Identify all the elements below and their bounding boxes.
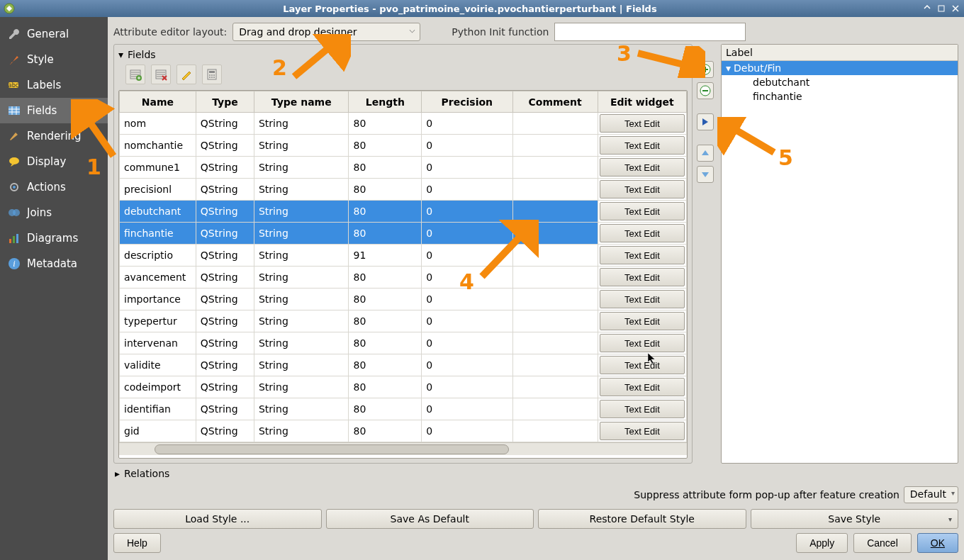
cell-name[interactable]: gid	[120, 420, 196, 442]
edit-widget-button[interactable]: Text Edit	[600, 136, 685, 155]
new-field-button[interactable]	[125, 65, 145, 84]
edit-widget-button[interactable]: Text Edit	[600, 180, 685, 198]
table-row[interactable]: descriptioQStringString910Text Edit	[120, 245, 687, 267]
cell-typename[interactable]: String	[254, 289, 349, 310]
column-header[interactable]: Length	[349, 91, 422, 113]
cell-comment[interactable]	[512, 376, 598, 398]
edit-widget-button[interactable]: Text Edit	[600, 356, 685, 374]
cell-typename[interactable]: String	[254, 376, 349, 398]
cell-typename[interactable]: String	[254, 201, 349, 223]
cell-precision[interactable]: 0	[422, 157, 512, 179]
cell-name[interactable]: commune1	[120, 157, 196, 179]
cell-comment[interactable]	[512, 157, 598, 179]
edit-widget-button[interactable]: Text Edit	[600, 114, 685, 133]
cell-comment[interactable]	[512, 135, 598, 157]
edit-widget-button[interactable]: Text Edit	[600, 334, 685, 352]
cell-length[interactable]: 80	[349, 332, 422, 354]
table-row[interactable]: codeimportQStringString800Text Edit	[120, 376, 687, 398]
column-header[interactable]: Comment	[512, 91, 598, 113]
edit-widget-button[interactable]: Text Edit	[600, 202, 685, 220]
cell-length[interactable]: 80	[349, 420, 422, 442]
table-row[interactable]: identifianQStringString800Text Edit	[120, 398, 687, 420]
cell-typename[interactable]: String	[254, 310, 349, 332]
cell-length[interactable]: 91	[349, 245, 422, 267]
cell-type[interactable]: QString	[196, 420, 254, 442]
move-down-button[interactable]	[697, 166, 714, 183]
cell-precision[interactable]: 0	[422, 201, 512, 223]
edit-widget-button[interactable]: Text Edit	[600, 312, 685, 330]
edit-widget-button[interactable]: Text Edit	[600, 378, 685, 396]
edit-widget-button[interactable]: Text Edit	[600, 224, 685, 242]
tree-group[interactable]: ▾ Debut/Fin	[722, 61, 958, 75]
cell-comment[interactable]	[512, 420, 598, 442]
cell-comment[interactable]	[512, 245, 598, 267]
cell-comment[interactable]	[512, 398, 598, 420]
table-row[interactable]: importanceQStringString800Text Edit	[120, 289, 687, 310]
cell-name[interactable]: nom	[120, 113, 196, 135]
restore-default-button[interactable]: Restore Default Style	[538, 509, 746, 529]
move-right-button[interactable]	[697, 113, 714, 130]
cell-comment[interactable]	[512, 332, 598, 354]
cell-length[interactable]: 80	[349, 289, 422, 310]
table-hscrollbar[interactable]	[119, 442, 687, 455]
cell-precision[interactable]: 0	[422, 354, 512, 376]
cell-precision[interactable]: 0	[422, 376, 512, 398]
cell-typename[interactable]: String	[254, 332, 349, 354]
tree-item[interactable]: debutchant	[722, 75, 958, 89]
sidebar-item-joins[interactable]: Joins	[0, 200, 108, 225]
cell-type[interactable]: QString	[196, 310, 254, 332]
edit-widget-button[interactable]: Text Edit	[600, 400, 685, 418]
sidebar-item-style[interactable]: Style	[0, 47, 108, 72]
edit-widget-button[interactable]: Text Edit	[600, 158, 685, 177]
cell-precision[interactable]: 0	[422, 245, 512, 267]
cell-name[interactable]: debutchant	[120, 201, 196, 223]
edit-widget-button[interactable]: Text Edit	[600, 422, 685, 440]
cell-name[interactable]: finchantie	[120, 223, 196, 245]
cell-length[interactable]: 80	[349, 201, 422, 223]
table-row[interactable]: validiteQStringString800Text Edit	[120, 354, 687, 376]
cell-comment[interactable]	[512, 310, 598, 332]
table-row[interactable]: avancementQStringString800Text Edit	[120, 267, 687, 289]
cell-comment[interactable]	[512, 179, 598, 201]
field-calculator-button[interactable]	[202, 65, 222, 84]
column-header[interactable]: Edit widget	[598, 91, 686, 113]
cell-name[interactable]: importance	[120, 289, 196, 310]
column-header[interactable]: Precision	[422, 91, 512, 113]
cell-comment[interactable]	[512, 223, 598, 245]
cell-name[interactable]: validite	[120, 354, 196, 376]
cell-typename[interactable]: String	[254, 398, 349, 420]
cell-precision[interactable]: 0	[422, 113, 512, 135]
cell-name[interactable]: nomchantie	[120, 135, 196, 157]
maximize-button[interactable]	[936, 3, 947, 14]
sidebar-item-rendering[interactable]: Rendering	[0, 123, 108, 149]
cell-length[interactable]: 80	[349, 113, 422, 135]
cell-type[interactable]: QString	[196, 354, 254, 376]
cell-type[interactable]: QString	[196, 201, 254, 223]
cell-length[interactable]: 80	[349, 354, 422, 376]
minimize-button[interactable]	[921, 3, 933, 14]
cell-precision[interactable]: 0	[422, 332, 512, 354]
cell-typename[interactable]: String	[254, 223, 349, 245]
load-style-button[interactable]: Load Style ...	[113, 509, 322, 529]
cell-type[interactable]: QString	[196, 267, 254, 289]
table-row[interactable]: precisionlQStringString800Text Edit	[120, 179, 687, 201]
cell-precision[interactable]: 0	[422, 267, 512, 289]
cell-name[interactable]: intervenan	[120, 332, 196, 354]
cell-type[interactable]: QString	[196, 157, 254, 179]
cell-precision[interactable]: 0	[422, 289, 512, 310]
cell-length[interactable]: 80	[349, 135, 422, 157]
cell-typename[interactable]: String	[254, 420, 349, 442]
save-default-button[interactable]: Save As Default	[326, 509, 534, 529]
designer-tree[interactable]: ▾ Debut/Fin debutchantfinchantie	[722, 61, 958, 463]
cell-length[interactable]: 80	[349, 157, 422, 179]
cell-name[interactable]: typepertur	[120, 310, 196, 332]
attr-editor-combo[interactable]: Drag and drop designer	[232, 23, 420, 41]
cell-name[interactable]: codeimport	[120, 376, 196, 398]
cancel-button[interactable]: Cancel	[853, 533, 912, 553]
cell-type[interactable]: QString	[196, 376, 254, 398]
cell-typename[interactable]: String	[254, 267, 349, 289]
cell-name[interactable]: identifian	[120, 398, 196, 420]
table-row[interactable]: nomQStringString800Text Edit	[120, 113, 687, 135]
cell-precision[interactable]: 0	[422, 223, 512, 245]
cell-comment[interactable]	[512, 354, 598, 376]
